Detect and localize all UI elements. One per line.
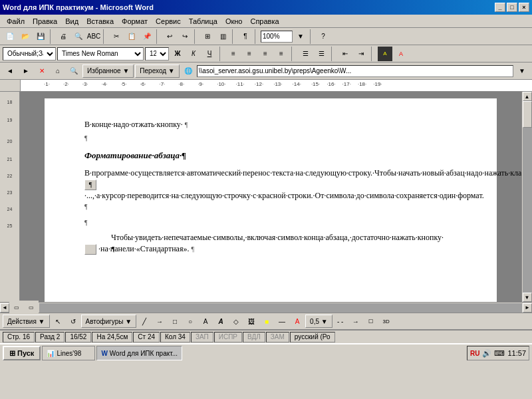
fill-color-button[interactable]: ■ <box>259 314 274 329</box>
page-content[interactable]: В·конце·надо·отжать·кнопку· ¶ ¶ Форматир… <box>20 92 521 302</box>
address-input[interactable] <box>197 65 513 77</box>
menu-file[interactable]: Файл <box>3 16 29 27</box>
para-marks-button[interactable]: ¶ <box>238 29 253 44</box>
line-size-button[interactable]: 0,5 ▼ <box>305 315 332 328</box>
bold-button[interactable]: Ж <box>170 47 185 61</box>
status-lang: русский (Ро <box>290 332 335 342</box>
nav-dropdown[interactable]: ▼ <box>515 64 529 78</box>
shadow-button[interactable]: ☐ <box>364 314 378 329</box>
draw-rect-button[interactable]: □ <box>168 314 182 329</box>
new-button[interactable]: 📄 <box>3 29 17 44</box>
num-list-button[interactable]: ☰ <box>298 47 313 61</box>
close-button[interactable]: × <box>519 3 529 12</box>
autoshapes-button[interactable]: Автофигуры ▼ <box>81 315 137 328</box>
spellcheck-button[interactable]: ABC <box>86 29 101 44</box>
style-select[interactable]: Обычный;Загол <box>3 47 56 61</box>
para-mark-3: ¶ <box>84 203 88 210</box>
go-button[interactable]: Переход ▼ <box>135 65 179 78</box>
clipart-button[interactable]: 🖼 <box>244 314 259 329</box>
menu-tools[interactable]: Сервис <box>152 16 185 27</box>
nav-search-button[interactable]: 🔍 <box>66 64 81 78</box>
horiz-scroll-track[interactable] <box>39 303 522 313</box>
scroll-down-button[interactable]: ▼ <box>523 293 532 302</box>
scroll-left-button[interactable]: ◄ <box>0 303 9 313</box>
nav-home-button[interactable]: ⌂ <box>51 64 65 78</box>
minimize-button[interactable]: _ <box>495 3 505 12</box>
document-page[interactable]: В·конце·надо·отжать·кнопку· ¶ ¶ Форматир… <box>45 98 497 302</box>
open-button[interactable]: 📂 <box>18 29 33 44</box>
paste-button[interactable]: 📌 <box>140 29 154 44</box>
print-button[interactable]: 🖨 <box>56 29 70 44</box>
print-preview-button[interactable]: 🔍 <box>71 29 86 44</box>
cursor-button[interactable]: ↖ <box>51 314 65 329</box>
scroll-thumb[interactable] <box>523 101 532 128</box>
menu-window[interactable]: Окно <box>221 16 247 27</box>
undo-button[interactable]: ↩ <box>162 29 177 44</box>
refresh-button[interactable]: ↺ <box>66 314 80 329</box>
nav-forward-button[interactable]: ► <box>19 64 33 78</box>
zoom-box[interactable]: 100% <box>261 31 293 43</box>
draw-line-button[interactable]: ╱ <box>137 314 152 329</box>
actions-button[interactable]: Действия ▼ <box>3 315 50 328</box>
3d-button[interactable]: 3D <box>379 314 394 329</box>
align-left-button[interactable]: ≡ <box>226 47 241 61</box>
font-select[interactable]: Times New Roman <box>57 47 144 61</box>
save-button[interactable]: 💾 <box>33 29 48 44</box>
start-button[interactable]: ⊞ Пуск <box>3 346 41 360</box>
para-symbol-icon: ¶ <box>84 180 96 190</box>
italic-button[interactable]: К <box>186 47 201 61</box>
page-view-btn2[interactable]: ▭ <box>24 301 39 315</box>
redo-button[interactable]: ↪ <box>178 29 192 44</box>
help-button[interactable]: ? <box>316 29 331 44</box>
actions-label: Действия ▼ <box>7 318 45 325</box>
section-heading: Форматирование·абзаца·¶ <box>84 149 457 162</box>
status-position: 16/52 <box>65 332 91 342</box>
toolbar-sep3 <box>156 29 160 44</box>
wordart-button[interactable]: A <box>213 314 228 329</box>
nav-stop-button[interactable]: ✕ <box>35 64 49 78</box>
line-color-button[interactable]: — <box>275 314 289 329</box>
scroll-right-button[interactable]: ► <box>523 303 532 313</box>
menu-insert[interactable]: Вставка <box>82 16 118 27</box>
zoom-dropdown[interactable]: ▼ <box>293 29 308 44</box>
draw-oval-button[interactable]: ○ <box>183 314 198 329</box>
decrease-indent-button[interactable]: ⇤ <box>338 47 352 61</box>
font-color-btn2[interactable]: A <box>290 314 305 329</box>
highlight-button[interactable]: A <box>378 47 392 61</box>
scroll-up-button[interactable]: ▲ <box>523 92 532 101</box>
size-select[interactable]: 12 <box>145 47 169 61</box>
status-zam: ЗАМ <box>266 332 289 342</box>
columns-button[interactable]: ▥ <box>215 29 230 44</box>
copy-button[interactable]: 📋 <box>124 29 139 44</box>
scroll-track[interactable] <box>523 101 532 293</box>
menu-edit[interactable]: Правка <box>29 16 61 27</box>
cut-button[interactable]: ✂ <box>109 29 124 44</box>
favorites-button[interactable]: Избранное ▼ <box>82 65 134 78</box>
menu-help[interactable]: Справка <box>246 16 283 27</box>
font-color-button[interactable]: A <box>394 47 408 61</box>
fmt-sep3 <box>331 47 335 61</box>
bullet-list-button[interactable]: ☰ <box>314 47 329 61</box>
table-button[interactable]: ⊞ <box>200 29 215 44</box>
menu-view[interactable]: Вид <box>61 16 82 27</box>
page-view-btn1[interactable]: ▭ <box>9 301 24 315</box>
diagram-button[interactable]: ◇ <box>229 314 243 329</box>
nav-back-button[interactable]: ◄ <box>3 64 17 78</box>
arrow-style-button[interactable]: → <box>348 314 363 329</box>
maximize-button[interactable]: □ <box>507 3 517 12</box>
dash-style-button[interactable]: - - <box>333 314 348 329</box>
right-scrollbar[interactable]: ▲ ▼ <box>521 92 532 302</box>
line-size-label: 0,5 ▼ <box>310 318 328 325</box>
align-right-button[interactable]: ≡ <box>258 47 273 61</box>
bottom-scrollbar[interactable]: ◄ ▭ ▭ ► <box>0 302 532 313</box>
taskbar-item-0[interactable]: 📊 Lines'98 <box>42 346 95 360</box>
increase-indent-button[interactable]: ⇥ <box>354 47 368 61</box>
align-center-button[interactable]: ≡ <box>242 47 257 61</box>
menu-table[interactable]: Таблица <box>185 16 221 27</box>
taskbar-item-1[interactable]: W Word для ИПК практ... <box>96 346 182 360</box>
align-justify-button[interactable]: ≡ <box>274 47 289 61</box>
underline-button[interactable]: Ч <box>202 47 217 61</box>
menu-format[interactable]: Формат <box>118 16 152 27</box>
draw-arrow-button[interactable]: → <box>152 314 167 329</box>
text-box-button[interactable]: A <box>198 314 213 329</box>
